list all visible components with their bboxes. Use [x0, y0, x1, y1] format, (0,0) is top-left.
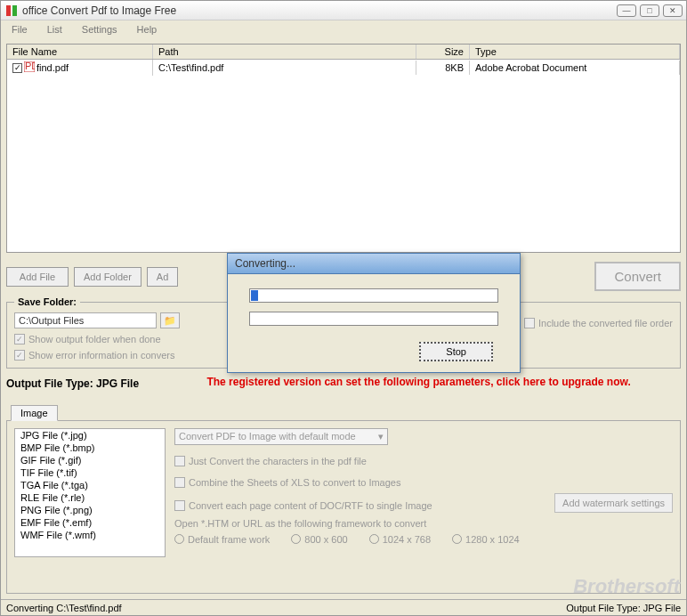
output-type-label: Output File Type: JPG File — [6, 377, 139, 390]
list-item[interactable]: WMF File (*.wmf) — [15, 529, 165, 541]
close-button[interactable]: ✕ — [663, 4, 683, 17]
open-htm-label: Open *.HTM or URL as the following frame… — [174, 518, 673, 529]
convert-button[interactable]: Convert — [594, 262, 681, 291]
list-item[interactable]: PNG File (*.png) — [15, 504, 165, 516]
just-chars-checkbox[interactable]: Just Convert the characters in the pdf f… — [174, 456, 673, 466]
upgrade-notice[interactable]: The registered version can set the follo… — [157, 376, 681, 390]
menu-settings[interactable]: Settings — [78, 22, 121, 36]
options-panel: Image JPG File (*.jpg) BMP File (*.bmp) … — [6, 420, 681, 594]
watermark-settings-button[interactable]: Add watermark settings — [554, 493, 673, 513]
browse-folder-button[interactable]: 📁 — [160, 312, 180, 328]
list-item[interactable]: RLE File (*.rle) — [15, 491, 165, 504]
chevron-down-icon: ▾ — [378, 431, 384, 442]
app-icon — [4, 4, 19, 18]
file-size: 8KB — [416, 61, 470, 75]
each-page-checkbox[interactable]: Convert each page content of DOC/RTF to … — [174, 500, 546, 511]
menubar: File List Settings Help — [1, 20, 686, 38]
col-header-name[interactable]: File Name — [7, 45, 153, 59]
add-file-button[interactable]: Add File — [6, 267, 69, 287]
list-item[interactable]: GIF File (*.gif) — [15, 454, 165, 466]
combine-xls-checkbox[interactable]: Combine the Sheets of XLS to convert to … — [174, 477, 673, 488]
col-header-path[interactable]: Path — [153, 45, 416, 59]
menu-list[interactable]: List — [44, 22, 66, 36]
list-item[interactable]: TGA File (*.tga) — [15, 479, 165, 491]
menu-help[interactable]: Help — [133, 22, 161, 36]
status-bar: Converting C:\Test\find.pdf Output File … — [1, 599, 686, 615]
status-left: Converting C:\Test\find.pdf — [6, 603, 122, 613]
window-title: office Convert Pdf to Image Free — [22, 4, 617, 17]
mode-select[interactable]: Convert PDF to Image with default mode ▾ — [174, 428, 388, 445]
svg-rect-1 — [12, 5, 17, 16]
output-path-input[interactable] — [14, 312, 157, 328]
dialog-title: Converting... — [228, 254, 520, 274]
row-checkbox[interactable]: ✓ — [12, 63, 22, 73]
add-url-button[interactable]: Ad — [147, 267, 178, 287]
table-row[interactable]: ✓ PDF find.pdf C:\Test\find.pdf 8KB Adob… — [7, 60, 680, 76]
save-folder-legend: Save Folder: — [14, 296, 80, 307]
frame-800-radio[interactable]: 800 x 600 — [291, 534, 347, 545]
add-folder-button[interactable]: Add Folder — [74, 267, 141, 287]
frame-1280-radio[interactable]: 1280 x 1024 — [452, 534, 520, 545]
frame-1024-radio[interactable]: 1024 x 768 — [369, 534, 431, 545]
pdf-icon: PDF — [24, 61, 35, 74]
include-order-checkbox[interactable]: Include the converted file order — [524, 318, 673, 328]
svg-text:PDF: PDF — [25, 61, 35, 71]
list-item[interactable]: TIF File (*.tif) — [15, 466, 165, 479]
titlebar: office Convert Pdf to Image Free — □ ✕ — [1, 1, 686, 20]
menu-file[interactable]: File — [8, 22, 31, 36]
converting-dialog: Converting... Stop — [227, 253, 521, 373]
minimize-button[interactable]: — — [617, 4, 636, 17]
col-header-size[interactable]: Size — [416, 45, 470, 59]
maximize-button[interactable]: □ — [640, 4, 659, 17]
frame-default-radio[interactable]: Default frame work — [174, 534, 270, 545]
progress-bar-1 — [249, 288, 498, 303]
list-item[interactable]: EMF File (*.emf) — [15, 516, 165, 529]
file-list-header: File Name Path Size Type — [7, 45, 680, 60]
list-item[interactable]: BMP File (*.bmp) — [15, 442, 165, 454]
col-header-type[interactable]: Type — [470, 45, 680, 59]
stop-button[interactable]: Stop — [419, 342, 493, 361]
list-item[interactable]: JPG File (*.jpg) — [15, 429, 165, 442]
file-list[interactable]: File Name Path Size Type ✓ PDF find.pdf … — [6, 44, 681, 253]
tab-image[interactable]: Image — [11, 405, 58, 421]
file-path: C:\Test\find.pdf — [153, 61, 416, 75]
status-right: Output File Type: JPG File — [566, 603, 681, 613]
format-list[interactable]: JPG File (*.jpg) BMP File (*.bmp) GIF Fi… — [14, 428, 166, 557]
progress-bar-2 — [249, 312, 498, 326]
svg-rect-0 — [6, 5, 11, 16]
file-name: find.pdf — [36, 62, 69, 73]
file-type: Adobe Acrobat Document — [470, 61, 680, 75]
